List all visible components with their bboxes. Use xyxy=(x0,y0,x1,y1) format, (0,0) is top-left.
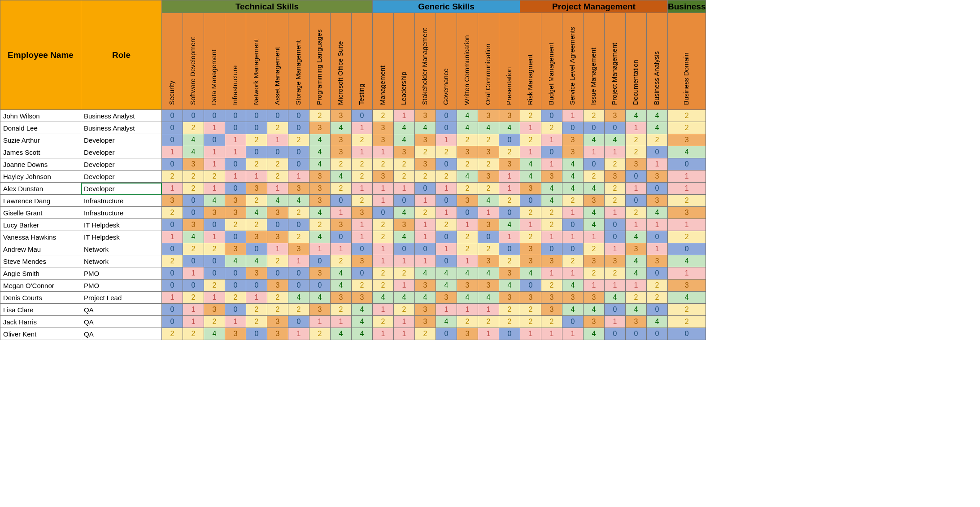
score-cell[interactable]: 2 xyxy=(183,170,204,183)
score-cell[interactable]: 2 xyxy=(246,219,267,231)
score-cell[interactable]: 2 xyxy=(373,280,394,292)
score-cell[interactable]: 4 xyxy=(647,122,668,134)
score-cell[interactable]: 4 xyxy=(668,255,706,267)
score-cell[interactable]: 1 xyxy=(415,231,436,243)
score-cell[interactable]: 0 xyxy=(436,195,457,207)
score-cell[interactable]: 1 xyxy=(267,134,288,146)
score-cell[interactable]: 4 xyxy=(626,231,647,243)
score-cell[interactable]: 0 xyxy=(246,243,267,255)
score-cell[interactable]: 3 xyxy=(246,231,267,243)
score-cell[interactable]: 4 xyxy=(267,195,288,207)
score-cell[interactable]: 0 xyxy=(647,328,668,340)
score-cell[interactable]: 2 xyxy=(373,267,394,280)
role-cell[interactable]: QA xyxy=(81,328,162,340)
employee-name-cell[interactable]: Denis Courts xyxy=(0,292,81,304)
score-cell[interactable]: 0 xyxy=(436,110,457,122)
score-cell[interactable]: 0 xyxy=(605,219,626,231)
score-cell[interactable]: 0 xyxy=(478,231,499,243)
employee-name-cell[interactable]: John Wilson xyxy=(0,110,81,122)
score-cell[interactable]: 2 xyxy=(605,183,626,195)
score-cell[interactable]: 4 xyxy=(647,316,668,328)
employee-name-cell[interactable]: Angie Smith xyxy=(0,267,81,280)
score-cell[interactable]: 3 xyxy=(225,328,246,340)
score-cell[interactable]: 2 xyxy=(331,304,352,316)
score-cell[interactable]: 3 xyxy=(352,292,373,304)
score-cell[interactable]: 2 xyxy=(520,231,541,243)
score-cell[interactable]: 1 xyxy=(331,207,352,219)
score-cell[interactable]: 3 xyxy=(309,170,331,183)
table-row[interactable]: Suzie ArthurDeveloper0401212432343122021… xyxy=(0,134,706,146)
score-cell[interactable]: 0 xyxy=(668,328,706,340)
score-cell[interactable]: 2 xyxy=(246,134,267,146)
score-cell[interactable]: 0 xyxy=(331,231,352,243)
score-cell[interactable]: 1 xyxy=(605,280,626,292)
score-cell[interactable]: 2 xyxy=(373,110,394,122)
score-cell[interactable]: 0 xyxy=(394,195,415,207)
score-cell[interactable]: 3 xyxy=(331,219,352,231)
score-cell[interactable]: 3 xyxy=(562,134,584,146)
score-cell[interactable]: 3 xyxy=(478,255,499,267)
score-cell[interactable]: 1 xyxy=(584,146,605,158)
employee-name-cell[interactable]: Jack Harris xyxy=(0,316,81,328)
score-cell[interactable]: 0 xyxy=(562,122,584,134)
score-cell[interactable]: 1 xyxy=(478,328,499,340)
score-cell[interactable]: 2 xyxy=(415,146,436,158)
score-cell[interactable]: 4 xyxy=(204,328,225,340)
score-cell[interactable]: 2 xyxy=(647,280,668,292)
score-cell[interactable]: 4 xyxy=(394,292,415,304)
score-cell[interactable]: 1 xyxy=(457,219,478,231)
score-cell[interactable]: 2 xyxy=(478,183,499,195)
score-cell[interactable]: 2 xyxy=(647,292,668,304)
score-cell[interactable]: 0 xyxy=(605,328,626,340)
score-cell[interactable]: 2 xyxy=(373,316,394,328)
score-cell[interactable]: 1 xyxy=(331,316,352,328)
role-cell[interactable]: PMO xyxy=(81,267,162,280)
score-cell[interactable]: 4 xyxy=(520,158,541,170)
score-cell[interactable]: 1 xyxy=(541,328,562,340)
score-cell[interactable]: 3 xyxy=(605,110,626,122)
score-cell[interactable]: 3 xyxy=(162,195,183,207)
score-cell[interactable]: 2 xyxy=(183,243,204,255)
score-cell[interactable]: 0 xyxy=(183,195,204,207)
score-cell[interactable]: 4 xyxy=(626,110,647,122)
score-cell[interactable]: 3 xyxy=(626,243,647,255)
score-cell[interactable]: 2 xyxy=(288,231,309,243)
score-cell[interactable]: 4 xyxy=(436,280,457,292)
score-cell[interactable]: 2 xyxy=(436,219,457,231)
score-cell[interactable]: 3 xyxy=(309,267,331,280)
score-cell[interactable]: 3 xyxy=(457,280,478,292)
score-cell[interactable]: 3 xyxy=(605,170,626,183)
role-cell[interactable]: PMO xyxy=(81,280,162,292)
score-cell[interactable]: 3 xyxy=(309,122,331,134)
role-cell[interactable]: Developer xyxy=(81,134,162,146)
employee-name-cell[interactable]: Megan O'Connor xyxy=(0,280,81,292)
score-cell[interactable]: 0 xyxy=(225,122,246,134)
score-cell[interactable]: 1 xyxy=(605,146,626,158)
score-cell[interactable]: 3 xyxy=(309,304,331,316)
score-cell[interactable]: 1 xyxy=(499,183,520,195)
score-cell[interactable]: 2 xyxy=(352,170,373,183)
score-cell[interactable]: 2 xyxy=(162,328,183,340)
score-cell[interactable]: 1 xyxy=(204,231,225,243)
score-cell[interactable]: 3 xyxy=(288,183,309,195)
score-cell[interactable]: 1 xyxy=(394,110,415,122)
score-cell[interactable]: 0 xyxy=(183,110,204,122)
score-cell[interactable]: 0 xyxy=(225,183,246,195)
score-cell[interactable]: 4 xyxy=(562,280,584,292)
score-cell[interactable]: 1 xyxy=(520,219,541,231)
score-cell[interactable]: 3 xyxy=(605,255,626,267)
score-cell[interactable]: 2 xyxy=(267,122,288,134)
score-cell[interactable]: 1 xyxy=(352,219,373,231)
score-cell[interactable]: 2 xyxy=(246,158,267,170)
score-cell[interactable]: 2 xyxy=(183,183,204,195)
score-cell[interactable]: 0 xyxy=(647,146,668,158)
score-cell[interactable]: 1 xyxy=(520,146,541,158)
employee-name-cell[interactable]: James Scott xyxy=(0,146,81,158)
role-cell[interactable]: Network xyxy=(81,255,162,267)
score-cell[interactable]: 2 xyxy=(267,158,288,170)
score-cell[interactable]: 3 xyxy=(309,183,331,195)
score-cell[interactable]: 3 xyxy=(267,207,288,219)
score-cell[interactable]: 4 xyxy=(562,158,584,170)
score-cell[interactable]: 1 xyxy=(668,267,706,280)
score-cell[interactable]: 0 xyxy=(584,158,605,170)
